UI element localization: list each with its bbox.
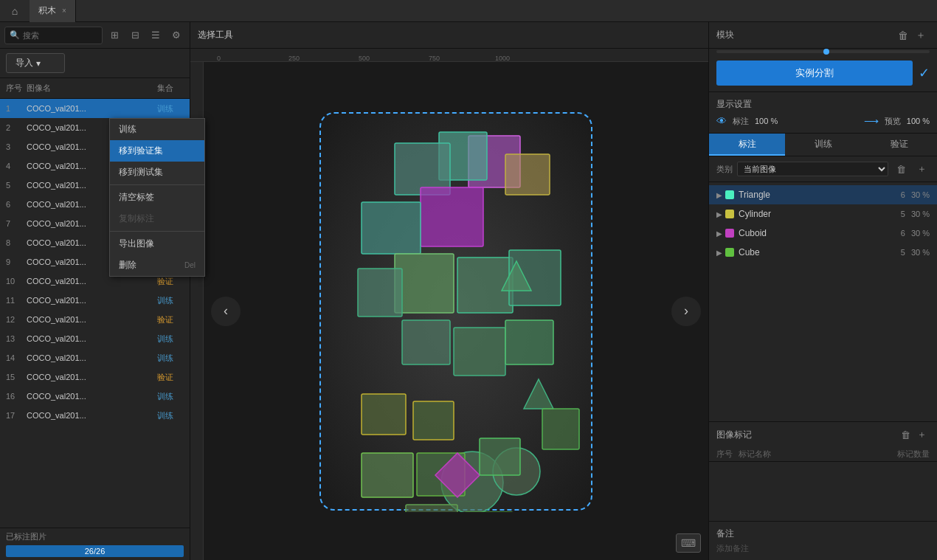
keyboard-button[interactable]: ⌨ (676, 533, 701, 553)
row-set: 训练 (147, 353, 184, 364)
filter-button[interactable]: ⊟ (126, 27, 144, 44)
row-seq: 9 (6, 257, 27, 266)
marks-col-name: 标记名称 (739, 449, 885, 460)
row-set: 训练 (147, 410, 184, 421)
context-menu-item[interactable]: 清空标签 (110, 187, 204, 208)
confirm-icon[interactable]: ✓ (919, 65, 930, 81)
table-header: 序号 图像名 集合 (0, 78, 190, 99)
row-seq: 3 (6, 142, 27, 151)
row-set: 训练 (147, 295, 184, 306)
annotated-label: 已标注图片 (6, 531, 184, 542)
expand-arrow-icon: ▶ (716, 210, 722, 218)
svg-marker-22 (524, 379, 553, 409)
instance-seg-row: 实例分割 ✓ (709, 55, 937, 92)
ruler-tick-750: 750 (429, 55, 440, 62)
table-row[interactable]: 16 COCO_val201... 训练 (0, 387, 190, 406)
prev-image-button[interactable]: ‹ (211, 297, 241, 326)
class-item[interactable]: ▶ Cuboid 6 30 % (709, 224, 937, 243)
row-set: 训练 (147, 103, 184, 114)
tab-item[interactable]: 积木 × (30, 0, 76, 22)
slider-thumb[interactable] (823, 49, 829, 55)
menu-item-label: 删除 (119, 259, 136, 272)
class-pct: 30 % (911, 248, 930, 257)
import-button[interactable]: 导入 ▾ (6, 53, 65, 73)
add-class-button[interactable]: ＋ (913, 161, 930, 177)
svg-rect-2 (505, 154, 550, 195)
row-seq: 11 (6, 296, 27, 305)
right-panel: 模块 🗑 ＋ 实例分割 ✓ 显示设置 👁 标注 100 % ⟶ 预览 (708, 22, 937, 560)
annotation-tabs: 标注训练验证 (709, 134, 937, 156)
table-row[interactable]: 13 COCO_val201... 训练 (0, 329, 190, 348)
context-menu-item[interactable]: 移到验证集 (110, 140, 204, 162)
add-mark-button[interactable]: ＋ (913, 426, 930, 443)
search-box[interactable]: 🔍 (4, 27, 103, 44)
expand-arrow-icon: ▶ (716, 249, 722, 257)
thumbnail-view-button[interactable]: ⊞ (106, 27, 123, 44)
add-module-button[interactable]: ＋ (912, 27, 930, 44)
eye-icon: 👁 (716, 115, 727, 127)
class-name: Cylinder (739, 209, 901, 219)
class-item[interactable]: ▶ Cube 5 30 % (709, 243, 937, 262)
row-set: 训练 (147, 333, 184, 345)
search-icon: 🔍 (10, 30, 20, 40)
row-seq: 4 (6, 162, 27, 170)
delete-mark-button[interactable]: 🗑 (897, 426, 913, 443)
table-row[interactable]: 11 COCO_val201... 训练 (0, 291, 190, 310)
class-filter-label: 类别 (716, 164, 733, 175)
row-seq: 15 (6, 373, 27, 381)
class-color-dot (725, 210, 734, 218)
menu-item-label: 导出图像 (119, 238, 154, 250)
close-icon[interactable]: × (62, 7, 66, 15)
tab-标注[interactable]: 标注 (709, 134, 785, 156)
delete-module-button[interactable]: 🗑 (894, 27, 912, 44)
slider-row (709, 49, 937, 55)
settings-icon[interactable]: ⚙ (167, 27, 185, 44)
class-item[interactable]: ▶ Cylinder 5 30 % (709, 204, 937, 224)
row-name: COCO_val201... (27, 353, 147, 362)
table-row[interactable]: 15 COCO_val201... 验证 (0, 367, 190, 387)
context-menu-item[interactable]: 导出图像 (110, 233, 204, 255)
row-seq: 16 (6, 392, 27, 401)
dropdown-arrow-icon: ▾ (36, 58, 41, 69)
menu-separator (110, 231, 204, 232)
marks-table-header: 序号 标记名称 标记数量 (709, 447, 937, 462)
tab-验证[interactable]: 验证 (861, 134, 937, 156)
right-header: 模块 🗑 ＋ (709, 22, 937, 49)
left-toolbar: 🔍 ⊞ ⊟ ☰ ⚙ (0, 22, 190, 49)
class-item[interactable]: ▶ Triangle 6 30 % (709, 185, 937, 204)
menu-item-label: 移到验证集 (119, 145, 163, 157)
home-button[interactable]: ⌂ (0, 0, 30, 22)
class-count: 5 (901, 248, 905, 257)
shapes-overlay (321, 114, 594, 512)
context-menu-item[interactable]: 删除Del (110, 255, 204, 276)
class-filter-select[interactable]: 当前图像 (737, 162, 888, 176)
table-row[interactable]: 14 COCO_val201... 训练 (0, 348, 190, 367)
notes-placeholder[interactable]: 添加备注 (716, 543, 930, 554)
table-row[interactable]: 12 COCO_val201... 验证 (0, 310, 190, 329)
row-set: 验证 (147, 372, 184, 383)
next-image-button[interactable]: › (671, 297, 701, 326)
table-row[interactable]: 17 COCO_val201... 训练 (0, 406, 190, 425)
center-panel: 选择工具 0 250 500 750 1000 (190, 22, 708, 560)
table-row[interactable]: 1 COCO_val201... 训练 (0, 99, 190, 118)
svg-rect-25 (542, 409, 579, 449)
class-name: Cuboid (739, 228, 901, 238)
titlebar: ⌂ 积木 × (0, 0, 937, 22)
image-viewport[interactable]: ‹ › ⌨ (204, 62, 708, 560)
search-input[interactable] (23, 31, 97, 40)
menu-separator (110, 184, 204, 185)
expand-arrow-icon: ▶ (716, 229, 722, 238)
delete-class-button[interactable]: 🗑 (893, 161, 909, 177)
row-name: COCO_val201... (27, 104, 147, 113)
instance-seg-button[interactable]: 实例分割 (716, 61, 913, 86)
list-view-button[interactable]: ☰ (147, 27, 165, 44)
class-pct: 30 % (911, 210, 930, 218)
row-seq: 12 (6, 315, 27, 324)
toolbar-label: 选择工具 (198, 29, 233, 41)
menu-item-label: 清空标签 (119, 191, 154, 204)
context-menu-item[interactable]: 训练 (110, 119, 204, 140)
row-set: 验证 (147, 314, 184, 325)
tab-训练[interactable]: 训练 (785, 134, 861, 156)
context-menu-item[interactable]: 移到测试集 (110, 162, 204, 183)
svg-rect-12 (505, 320, 553, 364)
